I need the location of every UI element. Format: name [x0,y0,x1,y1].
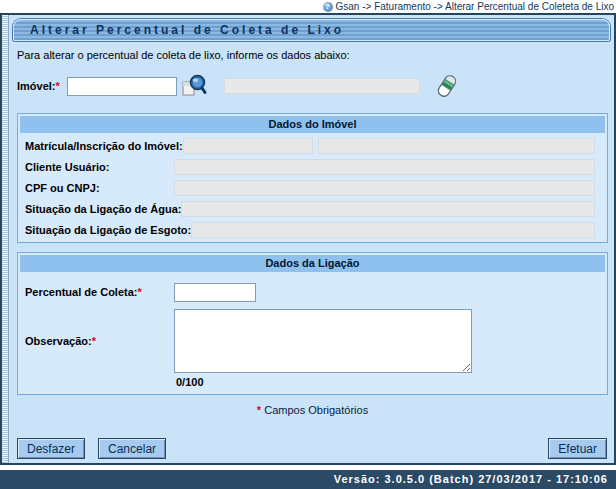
imovel-description-field [224,78,420,94]
dados-ligacao-header: Dados da Ligação [20,255,605,272]
situacao-esgoto-fields [191,222,595,238]
observacao-label-text: Observação: [25,335,92,347]
desfazer-button[interactable]: Desfazer [17,438,85,459]
observacao-char-counter: 0/100 [176,376,605,388]
eraser-icon[interactable] [436,72,458,100]
situacao-agua-row: Situação da Ligação de Água: [20,198,605,219]
required-asterisk: * [137,286,141,298]
page-title: Alterar Percentual de Coleta de Lixo [13,19,610,41]
situacao-agua-fields [181,201,595,217]
observacao-label: Observação:* [20,335,174,347]
cpf-cnpj-field [174,180,595,196]
percentual-input[interactable] [174,283,256,302]
cliente-usuario-fields [174,159,595,175]
percentual-label-text: Percentual de Coleta: [25,286,137,298]
imovel-row: Imóvel:* [17,68,614,104]
cliente-usuario-label: Cliente Usuário: [20,161,174,173]
required-note-text: Campos Obrigatórios [264,404,368,416]
breadcrumb-bar: ? Gsan -> Faturamento -> Alterar Percent… [0,0,616,13]
situacao-esgoto-label: Situação da Ligação de Esgoto: [20,224,191,236]
cliente-usuario-field [174,159,595,175]
required-fields-note: * Campos Obrigatórios [11,404,614,416]
form-content: Alterar Percentual de Coleta de Lixo Par… [11,15,614,463]
matricula-row: Matrícula/Inscrição do Imóvel: [20,135,605,156]
situacao-agua-field [181,201,595,217]
dados-imovel-section: Dados do Imóvel Matrícula/Inscrição do I… [17,113,608,243]
main-panel: Alterar Percentual de Coleta de Lixo Par… [0,13,616,465]
help-icon[interactable]: ? [323,2,333,12]
imovel-label-text: Imóvel: [17,80,56,92]
required-asterisk: * [92,335,96,347]
cpf-cnpj-fields [174,180,595,196]
cliente-usuario-row: Cliente Usuário: [20,156,605,177]
imovel-label: Imóvel:* [17,80,67,92]
version-text: Versão: 3.0.5.0 (Batch) 27/03/2017 - 17:… [334,473,608,485]
matricula-fields [183,138,595,154]
cpf-cnpj-label: CPF ou CNPJ: [20,182,174,194]
breadcrumb: Gsan -> Faturamento -> Alterar Percentua… [336,1,615,12]
situacao-esgoto-row: Situação da Ligação de Esgoto: [20,219,605,240]
matricula-field [183,138,313,154]
situacao-agua-label: Situação da Ligação de Água: [20,203,181,215]
required-asterisk: * [56,80,60,92]
search-imovel-icon[interactable] [182,73,208,99]
percentual-row: Percentual de Coleta:* [20,277,605,307]
efetuar-button[interactable]: Efetuar [548,438,607,459]
gsan-window: ? Gsan -> Faturamento -> Alterar Percent… [0,0,616,489]
dados-imovel-header: Dados do Imóvel [20,116,605,133]
matricula-label: Matrícula/Inscrição do Imóvel: [20,140,183,152]
version-footer: Versão: 3.0.5.0 (Batch) 27/03/2017 - 17:… [0,470,616,489]
percentual-label: Percentual de Coleta:* [20,286,174,298]
observacao-row: Observação:* [20,307,605,375]
situacao-esgoto-field [191,222,595,238]
buttons-row: Desfazer Cancelar Efetuar [17,438,607,459]
dados-imovel-body: Matrícula/Inscrição do Imóvel: Cliente U… [20,133,605,240]
dados-ligacao-section: Dados da Ligação Percentual de Coleta:* … [17,252,608,395]
imovel-input[interactable] [67,77,177,96]
left-decoration-stripes [2,15,9,463]
inscricao-field [318,138,595,154]
instruction-text: Para alterar o percentual de coleta de l… [17,49,614,61]
dados-ligacao-body: Percentual de Coleta:* Observação:* 0/10… [20,272,605,388]
cancelar-button[interactable]: Cancelar [98,438,166,459]
cpf-cnpj-row: CPF ou CNPJ: [20,177,605,198]
observacao-textarea[interactable] [174,309,472,373]
required-asterisk: * [257,404,261,416]
